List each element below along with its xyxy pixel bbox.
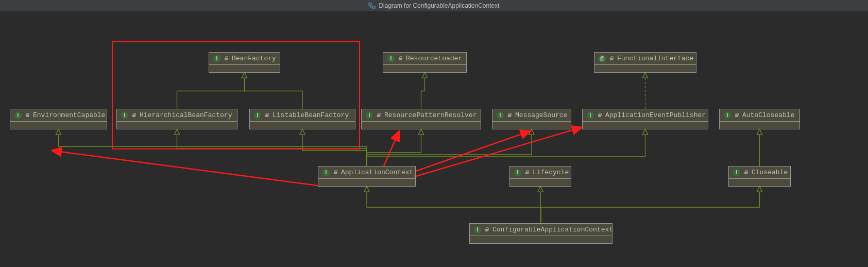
interface-icon: I: [514, 169, 521, 176]
class-node-ConfigurableApplicationContext[interactable]: IConfigurableApplicationContext: [469, 223, 612, 244]
lock-icon: [376, 113, 381, 118]
interface-icon: I: [213, 55, 220, 62]
node-label: ResourceLoader: [406, 55, 462, 62]
class-node-Closeable[interactable]: ICloseable: [728, 166, 791, 187]
node-header: IEnvironmentCapable: [10, 109, 107, 121]
svg-rect-0: [369, 3, 371, 5]
node-body: [209, 64, 280, 72]
node-label: ApplicationEventPublisher: [605, 111, 706, 119]
interface-icon: I: [387, 55, 395, 62]
node-header: IResourcePatternResolver: [362, 109, 481, 121]
node-header: @FunctionalInterface: [594, 53, 696, 64]
interface-icon: I: [587, 112, 594, 119]
class-node-ListableBeanFactory[interactable]: IListableBeanFactory: [249, 109, 355, 129]
node-label: BeanFactory: [232, 55, 276, 62]
class-node-AutoCloseable[interactable]: IAutoCloseable: [719, 109, 800, 129]
node-body: [583, 121, 708, 129]
node-body: [510, 178, 571, 186]
diagram-icon: [368, 2, 376, 9]
node-label: ResourcePatternResolver: [384, 111, 476, 119]
interface-icon: I: [724, 112, 731, 119]
lock-icon: [597, 113, 602, 118]
page-title: Diagram for ConfigurableApplicationConte…: [379, 2, 499, 9]
node-body: [383, 64, 466, 72]
lock-icon: [507, 113, 512, 118]
node-label: ConfigurableApplicationContext: [492, 226, 613, 233]
node-header: IApplicationEventPublisher: [583, 109, 708, 121]
node-header: IConfigurableApplicationContext: [470, 224, 612, 236]
class-node-FunctionalInterface[interactable]: @FunctionalInterface: [594, 52, 696, 73]
lock-icon: [25, 113, 30, 118]
lock-icon: [734, 113, 739, 118]
node-header: IListableBeanFactory: [250, 109, 355, 121]
node-label: Lifecycle: [533, 169, 569, 176]
node-header: ICloseable: [729, 166, 790, 178]
class-node-ResourceLoader[interactable]: IResourceLoader: [383, 52, 467, 73]
svg-rect-1: [372, 6, 375, 8]
interface-icon: I: [733, 169, 740, 176]
lock-icon: [264, 113, 269, 118]
interface-icon: I: [474, 226, 481, 233]
node-header: IBeanFactory: [209, 53, 280, 64]
node-label: Closeable: [752, 169, 788, 176]
interface-icon: I: [121, 112, 128, 119]
node-label: ApplicationContext: [341, 169, 413, 176]
node-body: [470, 236, 612, 243]
node-label: AutoCloseable: [742, 111, 794, 119]
class-node-Lifecycle[interactable]: ILifecycle: [509, 166, 571, 187]
class-node-EnvironmentCapable[interactable]: IEnvironmentCapable: [10, 109, 107, 129]
node-label: MessageSource: [515, 111, 567, 119]
lock-icon: [743, 170, 748, 175]
title-bar: Diagram for ConfigurableApplicationConte…: [0, 0, 868, 11]
node-body: [250, 121, 355, 129]
node-body: [10, 121, 107, 129]
node-label: EnvironmentCapable: [33, 111, 105, 119]
lock-icon: [333, 170, 338, 175]
node-header: IHierarchicalBeanFactory: [117, 109, 237, 121]
lock-icon: [524, 170, 530, 175]
annotation-icon: @: [599, 55, 606, 62]
node-label: ListableBeanFactory: [273, 111, 349, 119]
lock-icon: [609, 56, 614, 61]
node-header: ILifecycle: [510, 166, 571, 178]
interface-icon: I: [254, 112, 261, 119]
node-header: IApplicationContext: [318, 166, 415, 178]
node-label: FunctionalInterface: [617, 55, 693, 62]
class-node-ApplicationContext[interactable]: IApplicationContext: [318, 166, 416, 187]
class-node-HierarchicalBeanFactory[interactable]: IHierarchicalBeanFactory: [116, 109, 237, 129]
class-node-MessageSource[interactable]: IMessageSource: [492, 109, 571, 129]
diagram-canvas[interactable]: IBeanFactoryIResourceLoader@FunctionalIn…: [0, 11, 868, 267]
node-header: IMessageSource: [492, 109, 571, 121]
interface-icon: I: [322, 169, 330, 176]
class-node-ResourcePatternResolver[interactable]: IResourcePatternResolver: [361, 109, 481, 129]
interface-icon: I: [497, 112, 504, 119]
node-body: [594, 64, 696, 72]
node-body: [117, 121, 237, 129]
node-header: IAutoCloseable: [720, 109, 799, 121]
class-node-BeanFactory[interactable]: IBeanFactory: [209, 52, 280, 73]
interface-icon: I: [14, 112, 22, 119]
class-node-ApplicationEventPublisher[interactable]: IApplicationEventPublisher: [582, 109, 708, 129]
node-label: HierarchicalBeanFactory: [140, 111, 232, 119]
lock-icon: [398, 56, 403, 61]
node-header: IResourceLoader: [383, 53, 466, 64]
lock-icon: [224, 56, 229, 61]
node-body: [729, 178, 790, 186]
connectors-layer: [0, 11, 868, 267]
interface-icon: I: [366, 112, 373, 119]
lock-icon: [131, 113, 137, 118]
lock-icon: [484, 227, 489, 232]
node-body: [492, 121, 571, 129]
node-body: [720, 121, 799, 129]
node-body: [318, 178, 415, 186]
node-body: [362, 121, 481, 129]
